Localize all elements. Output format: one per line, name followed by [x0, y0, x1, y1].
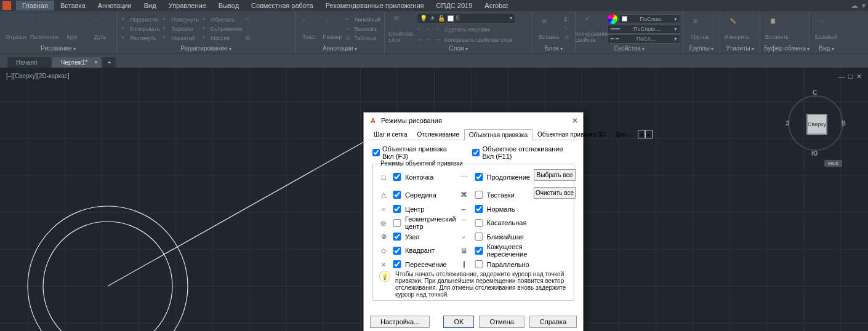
- modify-Копировать[interactable]: ✦Копировать: [121, 24, 159, 33]
- osnap-cb-Пересечение[interactable]: [393, 260, 401, 268]
- ribbon-group-view[interactable]: Вид: [813, 45, 840, 52]
- ribbon-group-draw[interactable]: Рисование: [4, 45, 113, 52]
- osnap-cb-Ближайшая[interactable]: [475, 233, 483, 241]
- ribbon-group-groups[interactable]: Группы: [687, 45, 716, 52]
- select-all-button[interactable]: Выбрать все: [534, 169, 576, 181]
- osnap-cb-Конточка[interactable]: [393, 173, 401, 181]
- osnap-cb-Середина[interactable]: [393, 191, 401, 199]
- modify-Повернуть[interactable]: ✦Повернуть: [162, 15, 198, 24]
- modify-Массив[interactable]: ✦Массив: [201, 33, 243, 42]
- menu-спдс 2019[interactable]: СПДС 2019: [430, 1, 479, 10]
- modify-Сопряжение[interactable]: ✦Сопряжение: [201, 24, 243, 33]
- ribbon-group-block[interactable]: Блок: [536, 45, 571, 52]
- modify-Перенести[interactable]: ✦Перенести: [121, 15, 159, 24]
- osnap-cb-Нормаль[interactable]: [475, 205, 483, 213]
- tab-add[interactable]: +: [102, 57, 116, 68]
- menu-вывод[interactable]: Вывод: [212, 1, 245, 10]
- app-icon[interactable]: [2, 1, 11, 10]
- osnap-cb-Параллельно[interactable]: [475, 260, 483, 268]
- menu-совместная работа[interactable]: Совместная работа: [245, 1, 319, 10]
- lineweight-combo[interactable]: ━━━ПоСлою…▾: [608, 25, 680, 34]
- array-icon[interactable]: ▦: [245, 34, 252, 42]
- osnap-on-checkbox[interactable]: Объектная привязка Вкл (F3): [372, 145, 457, 160]
- edit-attr-icon[interactable]: ⌘: [564, 34, 571, 42]
- clear-all-button[interactable]: Очистить все: [534, 187, 576, 199]
- base-view-tool[interactable]: ▭Базовый: [813, 18, 839, 40]
- modify-Масштаб[interactable]: ✦Масштаб: [162, 33, 198, 42]
- close-icon[interactable]: ×: [94, 59, 97, 65]
- settings-button[interactable]: Настройка...: [370, 316, 430, 328]
- close-dialog-icon[interactable]: ✕: [572, 116, 578, 125]
- modify-Обрезать[interactable]: ✦Обрезать: [201, 15, 243, 24]
- osnap-cb-Твставки[interactable]: [475, 191, 483, 199]
- osnap-label: Параллельно: [487, 261, 530, 268]
- ribbon-group-annotate[interactable]: Аннотации: [299, 45, 380, 52]
- group-tool[interactable]: ▣Группа: [687, 18, 713, 40]
- tab-drawing[interactable]: Чертеж1*×: [52, 57, 102, 68]
- menu-acrobat[interactable]: Acrobat: [478, 1, 514, 10]
- ribbon-group-utilities[interactable]: Утилиты: [724, 45, 756, 52]
- ok-button[interactable]: OK: [443, 316, 474, 328]
- layer-properties[interactable]: ▦Свойства слоя: [388, 15, 414, 43]
- ribbon-group-clipboard[interactable]: Буфер обмена: [764, 45, 805, 52]
- linetype-combo[interactable]: ━ ━ПоСл…▾: [608, 34, 680, 44]
- draw-Круг[interactable]: ○Круг: [60, 18, 85, 40]
- osnap-cb-Геометрический центр[interactable]: [393, 219, 401, 227]
- modify-Зеркало[interactable]: ✦Зеркало: [162, 24, 198, 33]
- sun-icon: ☀: [430, 15, 435, 22]
- dimension-tool[interactable]: ┤Размер: [322, 18, 342, 40]
- osnap-cb-Центр[interactable]: [393, 205, 401, 213]
- menu-главная[interactable]: Главная: [16, 1, 54, 10]
- menu-рекомендованные приложения[interactable]: Рекомендованные приложения: [319, 1, 430, 10]
- menu-управление[interactable]: Управление: [163, 1, 212, 10]
- trim-icon[interactable]: ✂: [245, 16, 252, 23]
- menu-аннотации[interactable]: Аннотации: [92, 1, 138, 10]
- dropdown-icon[interactable]: ▾: [862, 1, 866, 10]
- table[interactable]: ▤Таблица: [345, 33, 380, 42]
- help-button[interactable]: Справка: [529, 316, 577, 328]
- osnap-cb-Касательная[interactable]: [475, 219, 483, 227]
- osnap-cb-Узел[interactable]: [393, 233, 401, 241]
- osnap-sym-right-4: ⌿: [460, 233, 468, 241]
- draw-Дуга[interactable]: ◠Дуга: [87, 18, 113, 40]
- linear-dim[interactable]: ━Линейный: [345, 15, 380, 24]
- osnap-cb-Квадрант[interactable]: [393, 247, 401, 255]
- tab-scroll-right[interactable]: ▸: [645, 130, 653, 138]
- cancel-button[interactable]: Отмена: [479, 316, 524, 328]
- dialog-tab-0[interactable]: Шаг и сетка: [369, 129, 412, 140]
- osnap-sym-left-2: ○: [379, 205, 388, 213]
- ribbon-group-properties[interactable]: Свойства: [579, 45, 679, 52]
- draw-Полилиния[interactable]: ⟋Полилиния: [31, 18, 57, 40]
- measure-tool[interactable]: 📏Измерить: [724, 18, 750, 40]
- color-combo[interactable]: ПоСлою▾: [619, 14, 680, 23]
- ribbon-group-modify[interactable]: Редактирование: [121, 45, 291, 52]
- tab-start[interactable]: Начало: [7, 57, 51, 68]
- ribbon-group-layers[interactable]: Слои: [388, 45, 528, 52]
- create-block-icon[interactable]: ◧: [564, 16, 571, 23]
- osnap-cb-Кажущееся пересечение[interactable]: [475, 247, 483, 255]
- draw-Отрезок[interactable]: ／Отрезок: [4, 18, 29, 40]
- paste-tool[interactable]: 📋Вставить: [764, 18, 790, 40]
- dialog-tab-2[interactable]: Объектная привязка: [464, 129, 532, 140]
- modify-Растянуть[interactable]: ✦Растянуть: [121, 33, 159, 42]
- dialog-tab-1[interactable]: Отслеживание: [412, 129, 464, 140]
- fillet-icon[interactable]: ⌒: [245, 25, 252, 33]
- osnap-cb-Продолжение[interactable]: [475, 173, 483, 181]
- menu-вид[interactable]: Вид: [138, 1, 163, 10]
- color-picker-icon[interactable]: [608, 14, 617, 24]
- dialog-tab-4[interactable]: Дин…: [611, 129, 638, 140]
- menu-вставка[interactable]: Вставка: [54, 1, 92, 10]
- make-current[interactable]: ✓✓✓Сделать текущим: [417, 25, 515, 34]
- layer-combo[interactable]: 💡 ☀ 🔓 0 ▾: [417, 13, 515, 24]
- leader[interactable]: ↘Выноска: [345, 24, 380, 33]
- tab-scroll-left[interactable]: ◂: [638, 130, 645, 138]
- match-layer[interactable]: ↝↝↝Копировать свойства слоя: [417, 36, 515, 45]
- block-insert[interactable]: ▣Вставка: [536, 18, 561, 40]
- text-tool[interactable]: AТекст: [299, 18, 319, 40]
- osnap-label: Касательная: [487, 219, 530, 226]
- dialog-tab-3[interactable]: Объектная привязка 3D: [532, 129, 611, 140]
- otrack-on-checkbox[interactable]: Объектное отслеживание Вкл (F11): [472, 145, 574, 160]
- edit-block-icon[interactable]: ✎: [564, 25, 571, 33]
- match-properties[interactable]: 🖌Копирование свойств: [579, 15, 605, 43]
- search-icon[interactable]: ☁: [851, 1, 858, 10]
